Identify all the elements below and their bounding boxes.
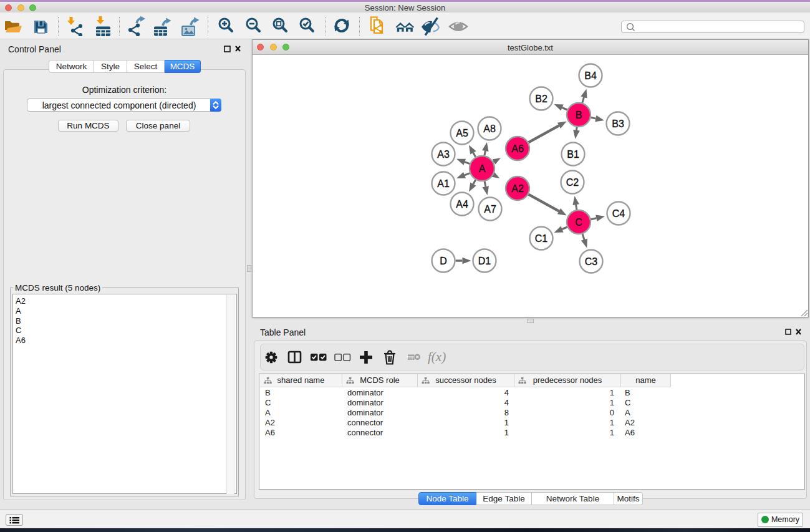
svg-text:B4: B4 bbox=[584, 70, 597, 81]
svg-text:B: B bbox=[576, 110, 582, 120]
svg-text:A: A bbox=[479, 163, 486, 174]
svg-text:C1: C1 bbox=[535, 233, 548, 244]
svg-text:C2: C2 bbox=[566, 177, 579, 188]
svg-text:A1: A1 bbox=[437, 178, 450, 189]
svg-text:A6: A6 bbox=[511, 143, 524, 154]
svg-text:D: D bbox=[440, 256, 447, 266]
svg-text:A3: A3 bbox=[437, 149, 450, 160]
svg-text:B1: B1 bbox=[567, 149, 579, 160]
svg-text:C: C bbox=[575, 217, 582, 228]
svg-text:B3: B3 bbox=[612, 118, 624, 129]
svg-text:A4: A4 bbox=[456, 199, 468, 210]
svg-text:A2: A2 bbox=[511, 183, 524, 194]
svg-text:D1: D1 bbox=[478, 256, 491, 266]
svg-text:A8: A8 bbox=[483, 123, 496, 134]
svg-text:A7: A7 bbox=[484, 204, 496, 215]
svg-text:C4: C4 bbox=[612, 208, 625, 219]
svg-text:C3: C3 bbox=[585, 256, 598, 267]
svg-text:B2: B2 bbox=[535, 94, 547, 104]
svg-text:A5: A5 bbox=[456, 128, 468, 138]
